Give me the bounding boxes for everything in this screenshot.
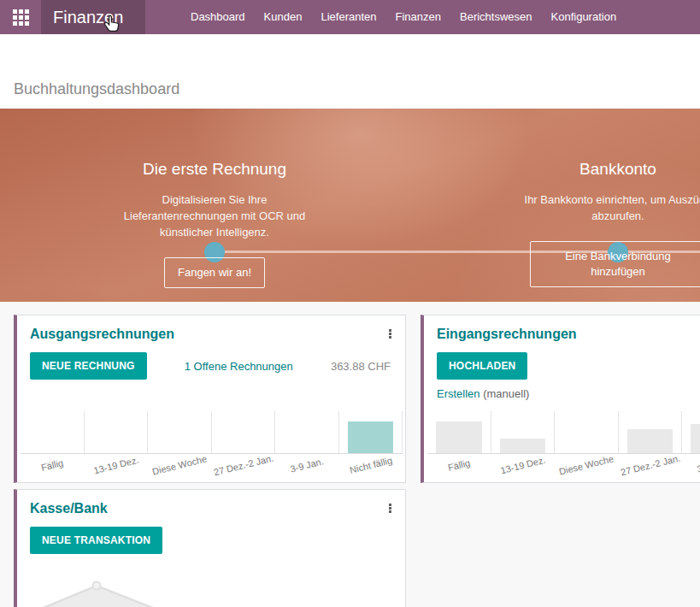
x-axis-label: 13-19 Dez. bbox=[499, 455, 546, 476]
top-navbar: Finanzen Dashboard Kunden Lieferanten Fi… bbox=[0, 0, 700, 34]
bar-chart-cell[interactable] bbox=[682, 411, 700, 453]
x-axis-label: Diese Woche bbox=[558, 453, 615, 476]
bar-chart-cell[interactable] bbox=[85, 411, 149, 453]
x-axis-label: 3-9 Jan. bbox=[290, 456, 325, 474]
bar-chart-cell[interactable] bbox=[619, 411, 683, 453]
bar[interactable] bbox=[436, 421, 482, 453]
onboarding-step-first-invoice: Die erste Rechnung Digitalisieren Sie Ih… bbox=[116, 160, 313, 288]
menu-item-dashboard[interactable]: Dashboard bbox=[181, 0, 255, 34]
bar[interactable] bbox=[691, 424, 700, 453]
navbar-menu: Dashboard Kunden Lieferanten Finanzen Be… bbox=[181, 0, 626, 34]
x-axis-label: 3-9 Jan. bbox=[697, 456, 700, 474]
cash-bank-area-chart[interactable] bbox=[19, 575, 408, 607]
kebab-menu-icon[interactable] bbox=[384, 501, 397, 516]
control-panel: Buchhaltungsdashboard bbox=[0, 34, 700, 109]
bar[interactable] bbox=[348, 421, 394, 453]
bar[interactable] bbox=[500, 439, 546, 453]
menu-item-kunden[interactable]: Kunden bbox=[255, 0, 312, 34]
card-title-link[interactable]: Kasse/Bank bbox=[30, 501, 108, 516]
bills-bar-chart[interactable]: Fällig13-19 Dez.Diese Woche27 Dez.-2 Jan… bbox=[427, 411, 700, 483]
data-point-marker[interactable] bbox=[93, 582, 101, 590]
start-first-invoice-button[interactable]: Fangen wir an! bbox=[164, 257, 265, 288]
card-title-link[interactable]: Eingangsrechnungen bbox=[437, 327, 577, 342]
x-axis-label: 27 Dez.-2 Jan. bbox=[620, 453, 681, 478]
app-brand-finanzen[interactable]: Finanzen bbox=[41, 0, 145, 34]
menu-item-berichtswesen[interactable]: Berichtswesen bbox=[450, 0, 542, 34]
step-title: Die erste Rechnung bbox=[116, 160, 313, 179]
card-cash-bank[interactable]: Kasse/Bank NEUE TRANSAKTION bbox=[14, 489, 406, 607]
bar-chart-cell[interactable] bbox=[555, 411, 619, 453]
bar-chart-cell[interactable] bbox=[148, 411, 212, 453]
x-axis-label: 27 Dez.-2 Jan. bbox=[213, 453, 274, 478]
card-customer-invoices[interactable]: Ausgangsrechnungen NEUE RECHNUNG 1 Offen… bbox=[14, 315, 406, 483]
bar-chart-cell[interactable] bbox=[491, 411, 556, 453]
card-vendor-bills[interactable]: Eingangsrechnungen HOCHLADEN Erstellen (… bbox=[421, 315, 700, 483]
step-title: Bankkonto bbox=[520, 160, 700, 179]
bar-chart-cell[interactable] bbox=[275, 411, 339, 453]
dashboard-main: Ausgangsrechnungen NEUE RECHNUNG 1 Offen… bbox=[0, 302, 700, 607]
x-axis-label: Fällig bbox=[40, 457, 64, 473]
bar[interactable] bbox=[627, 429, 674, 453]
step-description: Ihr Bankkonto einrichten, um Auszüge abz… bbox=[520, 192, 700, 224]
app-brand-label: Finanzen bbox=[53, 8, 123, 27]
bar-chart-cell[interactable] bbox=[212, 411, 276, 453]
card-title-link[interactable]: Ausgangsrechnungen bbox=[30, 327, 174, 342]
breadcrumb: Buchhaltungsdashboard bbox=[14, 80, 179, 98]
apps-menu-button[interactable] bbox=[0, 0, 41, 34]
create-bill-link[interactable]: Erstellen bbox=[437, 387, 480, 400]
add-bank-connection-button[interactable]: Eine Bankverbindung hinzufügen bbox=[530, 241, 700, 287]
x-axis-label: Fällig bbox=[447, 457, 471, 473]
new-invoice-button[interactable]: NEUE RECHNUNG bbox=[30, 352, 147, 380]
create-manual-row: Erstellen (manuell) bbox=[424, 380, 700, 400]
invoices-bar-chart[interactable]: Fällig13-19 Dez.Diese Woche27 Dez.-2 Jan… bbox=[21, 411, 403, 483]
bar-chart-cell[interactable] bbox=[427, 411, 491, 453]
onboarding-banner: Die erste Rechnung Digitalisieren Sie Ih… bbox=[0, 109, 700, 302]
x-axis-label: Nicht fällig bbox=[349, 455, 393, 475]
menu-item-lieferanten[interactable]: Lieferanten bbox=[311, 0, 385, 34]
step-description: Digitalisieren Sie Ihre Lieferantenrechn… bbox=[116, 192, 313, 240]
x-axis-label: Diese Woche bbox=[151, 453, 208, 476]
open-invoices-amount: 363.88 CHF bbox=[331, 360, 392, 373]
apps-grid-icon bbox=[13, 9, 29, 26]
odoo-accounting-dashboard: { "icons": { "apps": "apps-grid-icon", "… bbox=[0, 0, 700, 607]
bar-chart-cell[interactable] bbox=[21, 411, 85, 453]
bar-chart-cell[interactable] bbox=[339, 411, 403, 453]
kebab-menu-icon[interactable] bbox=[384, 327, 397, 341]
x-axis-label: 13-19 Dez. bbox=[92, 455, 139, 476]
menu-item-konfiguration[interactable]: Konfiguration bbox=[542, 0, 626, 34]
new-transaction-button[interactable]: NEUE TRANSAKTION bbox=[30, 527, 162, 554]
open-invoices-link[interactable]: 1 Offene Rechnungen bbox=[147, 360, 331, 373]
menu-item-finanzen[interactable]: Finanzen bbox=[386, 0, 450, 34]
create-bill-suffix: (manuell) bbox=[480, 387, 530, 400]
upload-button[interactable]: HOCHLADEN bbox=[437, 352, 527, 380]
onboarding-step-bank-account: Bankkonto Ihr Bankkonto einrichten, um A… bbox=[520, 160, 700, 287]
